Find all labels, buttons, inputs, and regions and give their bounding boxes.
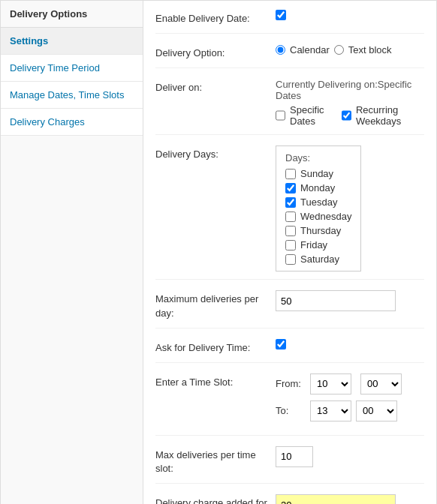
ask-delivery-time-checkbox[interactable] bbox=[276, 339, 286, 350]
deliver-on-label: Deliver on: bbox=[155, 79, 276, 94]
tuesday-checkbox[interactable] bbox=[285, 197, 296, 208]
max-deliveries-slot-row: Max deliveries per time slot: bbox=[155, 446, 424, 484]
day-item-wednesday: Wednesday bbox=[285, 211, 351, 222]
time-slot-value: From: 10 11 12 13 00 15 30 45 bbox=[276, 374, 424, 428]
day-item-tuesday: Tuesday bbox=[285, 196, 351, 208]
wednesday-checkbox[interactable] bbox=[285, 212, 296, 222]
monday-checkbox[interactable] bbox=[285, 183, 296, 194]
sidebar-item-delivery-charges[interactable]: Delivery Charges bbox=[1, 109, 143, 136]
sunday-label: Sunday bbox=[300, 168, 333, 179]
max-deliveries-label: Maximum deliveries per day: bbox=[155, 290, 276, 320]
day-item-saturday: Saturday bbox=[285, 254, 351, 265]
tuesday-label: Tuesday bbox=[300, 196, 337, 208]
delivery-option-textblock-label: Text block bbox=[348, 44, 392, 56]
friday-label: Friday bbox=[300, 239, 327, 250]
day-item-friday: Friday bbox=[285, 239, 351, 250]
thursday-label: Thursday bbox=[300, 225, 341, 236]
deliver-on-value: Currently Delivering on:Specific Dates S… bbox=[276, 79, 424, 127]
delivery-option-value: Calendar Text block bbox=[276, 44, 424, 56]
to-label: To: bbox=[276, 405, 306, 416]
recurring-weekdays-checkbox[interactable] bbox=[342, 110, 351, 121]
enable-delivery-date-row: Enable Delivery Date: bbox=[155, 10, 424, 34]
deliver-on-options: Specific Dates Recurring Weekdays bbox=[276, 104, 424, 127]
enable-delivery-date-label: Enable Delivery Date: bbox=[155, 10, 276, 26]
day-item-sunday: Sunday bbox=[285, 168, 351, 179]
max-deliveries-value bbox=[276, 290, 424, 311]
sidebar-item-manage-dates[interactable]: Manage Dates, Time Slots bbox=[1, 82, 143, 109]
from-time-row: From: 10 11 12 13 00 15 30 45 bbox=[276, 374, 424, 394]
monday-label: Monday bbox=[300, 182, 335, 194]
deliver-on-row: Deliver on: Currently Delivering on:Spec… bbox=[155, 79, 424, 135]
to-hour-select[interactable]: 13 14 15 16 bbox=[310, 400, 351, 422]
delivery-charge-slot-input[interactable] bbox=[276, 494, 396, 504]
sidebar-item-settings[interactable]: Settings bbox=[1, 28, 143, 55]
time-slot-label: Enter a Time Slot: bbox=[155, 374, 276, 389]
specific-dates-label: Specific Dates bbox=[290, 104, 337, 127]
enable-delivery-date-checkbox[interactable] bbox=[276, 10, 286, 20]
ask-delivery-time-row: Ask for Delivery Time: bbox=[155, 339, 424, 363]
max-deliveries-input[interactable] bbox=[276, 290, 396, 311]
days-box-title: Days: bbox=[285, 152, 351, 164]
specific-dates-checkbox[interactable] bbox=[276, 110, 285, 121]
delivery-option-row: Delivery Option: Calendar Text block bbox=[155, 44, 424, 68]
from-hour-select[interactable]: 10 11 12 13 bbox=[310, 374, 351, 394]
delivery-charge-slot-row: Delivery charge added for the time slot: bbox=[155, 494, 424, 504]
delivery-option-textblock-radio[interactable] bbox=[334, 45, 344, 55]
enable-delivery-date-value bbox=[276, 10, 424, 22]
day-item-thursday: Thursday bbox=[285, 225, 351, 236]
main-content: Enable Delivery Date: Delivery Option: C… bbox=[143, 1, 436, 504]
sidebar-item-delivery-time-period[interactable]: Delivery Time Period bbox=[1, 55, 143, 82]
delivery-charge-slot-label: Delivery charge added for the time slot: bbox=[155, 494, 276, 504]
delivery-days-label: Delivery Days: bbox=[155, 146, 276, 161]
friday-checkbox[interactable] bbox=[285, 240, 296, 250]
to-minute-select[interactable]: 00 15 30 45 bbox=[356, 400, 397, 422]
delivery-option-label: Delivery Option: bbox=[155, 44, 276, 60]
thursday-checkbox[interactable] bbox=[285, 226, 296, 236]
max-deliveries-row: Maximum deliveries per day: bbox=[155, 290, 424, 328]
time-slot-row: Enter a Time Slot: From: 10 11 12 13 00 … bbox=[155, 374, 424, 436]
deliver-on-text: Currently Delivering on:Specific Dates bbox=[276, 79, 424, 101]
wednesday-label: Wednesday bbox=[300, 211, 351, 222]
delivery-option-calendar-radio[interactable] bbox=[276, 45, 285, 55]
sidebar-title: Delivery Options bbox=[1, 1, 143, 28]
recurring-weekdays-label: Recurring Weekdays bbox=[356, 104, 424, 127]
delivery-charge-slot-value bbox=[276, 494, 424, 504]
delivery-days-row: Delivery Days: Days: Sunday Monday Tuesd… bbox=[155, 146, 424, 280]
max-deliveries-slot-value bbox=[276, 446, 424, 467]
saturday-label: Saturday bbox=[300, 254, 339, 265]
delivery-days-value: Days: Sunday Monday Tuesday bbox=[276, 146, 424, 272]
saturday-checkbox[interactable] bbox=[285, 254, 296, 265]
ask-delivery-time-label: Ask for Delivery Time: bbox=[155, 339, 276, 355]
from-minute-select[interactable]: 00 15 30 45 bbox=[360, 374, 402, 394]
max-deliveries-slot-input[interactable] bbox=[276, 446, 313, 467]
to-time-row: To: 13 14 15 16 00 15 30 45 bbox=[276, 400, 424, 422]
sunday-checkbox[interactable] bbox=[285, 169, 296, 179]
delivery-option-calendar-label: Calendar bbox=[290, 44, 330, 56]
ask-delivery-time-value bbox=[276, 339, 424, 352]
max-deliveries-slot-label: Max deliveries per time slot: bbox=[155, 446, 276, 476]
day-item-monday: Monday bbox=[285, 182, 351, 194]
from-label: From: bbox=[276, 378, 306, 389]
days-box: Days: Sunday Monday Tuesday bbox=[276, 146, 361, 272]
sidebar: Delivery Options Settings Delivery Time … bbox=[1, 1, 143, 504]
